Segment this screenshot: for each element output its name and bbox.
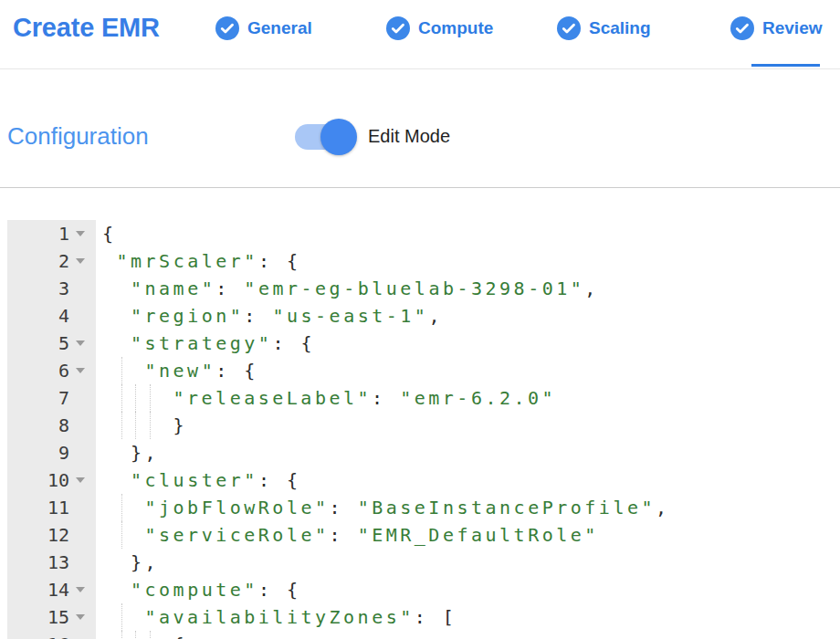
fold-arrow-icon[interactable] [69,330,90,357]
code-text[interactable]: "serviceRole": "EMR_DefaultRole" [96,521,840,549]
fold-arrow-icon[interactable] [69,247,90,275]
code-line[interactable]: 2"mrScaler": { [7,247,840,275]
check-circle-icon [215,16,239,40]
code-text[interactable]: }, [96,549,840,576]
code-text[interactable]: "jobFlowRole": "BaseInstanceProfile", [96,494,840,521]
code-line[interactable]: 15"availabilityZones": [ [7,603,840,631]
check-circle-icon [730,16,754,40]
code-text[interactable]: }, [96,439,840,466]
indent-guide [135,412,136,439]
step-tab-label: Scaling [589,18,651,38]
indent-guide [121,357,122,384]
code-text[interactable]: { [96,220,840,247]
fold-arrow-icon[interactable] [69,466,90,494]
fold-arrow-icon[interactable] [69,220,90,247]
line-number: 9 [58,439,69,466]
fold-spacer [69,494,90,521]
indent-guide [121,603,122,631]
indent-guide [121,384,122,412]
line-number: 5 [58,330,69,357]
indent-guide [135,631,136,639]
wizard-header: Create EMR GeneralComputeScalingReview [0,0,840,69]
code-line[interactable]: 11"jobFlowRole": "BaseInstanceProfile", [7,494,840,521]
divider [0,187,840,188]
indent-guide [150,384,151,412]
step-tab-label: Compute [418,18,493,38]
code-text[interactable]: "strategy": { [96,330,840,357]
edit-mode-label: Edit Mode [368,126,450,147]
fold-spacer [69,521,90,549]
fold-arrow-icon[interactable] [69,631,90,639]
code-line[interactable]: 12"serviceRole": "EMR_DefaultRole" [7,521,840,549]
json-editor[interactable]: 1{2"mrScaler": {3"name": "emr-eg-bluelab… [7,220,840,639]
code-line[interactable]: 4"region": "us-east-1", [7,302,840,330]
line-number: 6 [58,357,69,384]
code-text[interactable]: "releaseLabel": "emr-6.2.0" [96,384,840,412]
step-tab-compute[interactable]: Compute [386,16,493,40]
code-line[interactable]: 13}, [7,549,840,576]
code-text[interactable]: "cluster": { [96,466,840,494]
code-text[interactable]: "compute": { [96,576,840,603]
code-text[interactable]: "mrScaler": { [96,247,840,275]
code-line[interactable]: 6"new": { [7,357,840,384]
code-text[interactable]: "availabilityZones": [ [96,603,840,631]
line-number: 3 [58,275,69,302]
indent-guide [121,412,122,439]
code-line[interactable]: 14"compute": { [7,576,840,603]
step-tab-label: General [247,18,312,38]
step-tab-label: Review [762,18,822,38]
code-line[interactable]: 1{ [7,220,840,247]
line-number: 4 [58,302,69,330]
indent-guide [121,631,122,639]
code-line[interactable]: 3"name": "emr-eg-bluelab-3298-01", [7,275,840,302]
code-line[interactable]: 7"releaseLabel": "emr-6.2.0" [7,384,840,412]
indent-guide [150,412,151,439]
line-number: 16 [47,631,69,639]
section-title-configuration: Configuration [7,122,149,151]
code-line[interactable]: 5"strategy": { [7,330,840,357]
code-text[interactable]: "region": "us-east-1", [96,302,840,330]
line-number: 11 [47,494,69,521]
fold-spacer [69,549,90,576]
fold-spacer [69,412,90,439]
line-number: 15 [47,603,69,631]
line-number: 12 [47,521,69,549]
indent-guide [121,521,122,549]
create-emr-page: Create EMR GeneralComputeScalingReview C… [0,0,840,639]
fold-spacer [69,384,90,412]
fold-spacer [69,275,90,302]
fold-spacer [69,439,90,466]
line-number: 7 [58,384,69,412]
code-line[interactable]: 8} [7,412,840,439]
step-tab-scaling[interactable]: Scaling [557,16,651,40]
code-text[interactable]: { [96,631,840,639]
line-number: 13 [47,549,69,576]
line-number: 10 [47,466,69,494]
edit-mode-toggle[interactable] [295,119,352,155]
indent-guide [121,494,122,521]
line-number: 8 [58,412,69,439]
code-line[interactable]: 10"cluster": { [7,466,840,494]
step-tab-general[interactable]: General [215,16,312,40]
code-text[interactable]: } [96,412,840,439]
code-text[interactable]: "name": "emr-eg-bluelab-3298-01", [96,275,840,302]
indent-guide [150,631,151,639]
page-title: Create EMR [13,13,160,43]
code-line[interactable]: 16{ [7,631,840,639]
check-circle-icon [557,16,581,40]
line-number: 1 [58,220,69,247]
toggle-knob-icon [320,119,357,155]
fold-arrow-icon[interactable] [69,603,90,631]
fold-spacer [69,302,90,330]
check-circle-icon [386,16,410,40]
fold-arrow-icon[interactable] [69,576,90,603]
fold-arrow-icon[interactable] [69,357,90,384]
line-number: 14 [47,576,69,603]
line-number: 2 [58,247,69,275]
code-line[interactable]: 9}, [7,439,840,466]
step-tab-review[interactable]: Review [730,16,822,40]
indent-guide [135,384,136,412]
code-text[interactable]: "new": { [96,357,840,384]
